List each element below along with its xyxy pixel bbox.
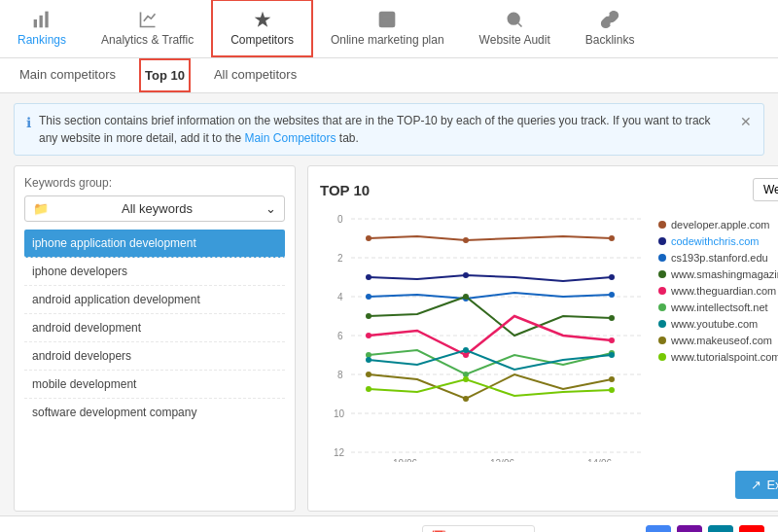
legend-dot-0 (658, 221, 666, 229)
main-content: Keywords group: 📁 All keywords ⌄ iphone … (0, 165, 778, 512)
engine-yahoo[interactable]: Y! (677, 525, 702, 533)
nav-competitors[interactable]: Competitors (211, 0, 313, 57)
svg-point-35 (366, 313, 371, 319)
legend-label-6: www.youtube.com (671, 318, 758, 330)
keywords-group-label: Keywords group: (24, 176, 285, 190)
legend-dot-6 (658, 320, 666, 328)
legend-dot-5 (658, 303, 666, 311)
sub-navigation: Main competitors Top 10 All competitors (0, 58, 778, 93)
keywords-group-select[interactable]: 📁 All keywords ⌄ (24, 195, 285, 222)
svg-point-31 (609, 274, 615, 280)
svg-point-47 (366, 372, 371, 377)
svg-text:4: 4 (337, 292, 343, 302)
keyword-item-5[interactable]: mobile development (24, 371, 285, 399)
keyword-item-3[interactable]: android development (24, 314, 285, 342)
period-select[interactable]: Week Month (753, 178, 778, 201)
footer-right: Select date: 📅 Jun-15, 2015 Search engin… (345, 525, 764, 533)
chart-svg: 0 2 4 6 8 10 12 10/06 (320, 209, 651, 465)
keyword-item-2[interactable]: android application development (24, 286, 285, 314)
nav-analytics[interactable]: Analytics & Traffic (84, 0, 211, 58)
svg-point-27 (463, 237, 469, 243)
close-icon[interactable]: ✕ (740, 112, 752, 132)
svg-point-29 (366, 274, 371, 280)
nav-website-audit[interactable]: Website Audit (462, 0, 568, 58)
svg-text:8: 8 (337, 370, 343, 380)
svg-point-34 (609, 292, 615, 298)
svg-point-26 (366, 235, 371, 241)
legend-item-2: cs193p.stanford.edu (658, 252, 778, 264)
keyword-item-4[interactable]: android developers (24, 342, 285, 371)
legend-dot-2 (658, 254, 666, 262)
legend-item-7: www.makeuseof.com (658, 335, 778, 346)
date-picker[interactable]: 📅 Jun-15, 2015 (422, 525, 535, 532)
svg-text:14/06: 14/06 (587, 458, 612, 462)
svg-point-38 (366, 333, 371, 338)
legend-label-5: www.intellectsoft.net (671, 301, 768, 313)
svg-rect-2 (45, 11, 48, 27)
top-navigation: Rankings Analytics & Traffic Competitors… (0, 0, 778, 58)
subnav-all-competitors[interactable]: All competitors (210, 59, 301, 91)
svg-point-46 (609, 352, 615, 358)
svg-text:10: 10 (334, 408, 345, 419)
svg-rect-1 (40, 15, 43, 27)
svg-point-48 (463, 396, 469, 402)
keyword-item-6[interactable]: software development company (24, 399, 285, 426)
subnav-main-competitors[interactable]: Main competitors (16, 59, 120, 91)
search-engines: G Y! b Я (646, 525, 764, 533)
engine-google[interactable]: G (646, 525, 671, 533)
svg-point-40 (609, 337, 615, 343)
legend-label-2: cs193p.stanford.edu (671, 252, 768, 264)
legend-link-1[interactable]: codewithchris.com (671, 235, 759, 247)
svg-text:10/06: 10/06 (393, 458, 417, 462)
engine-bing[interactable]: b (708, 525, 733, 533)
legend-label-1: codewithchris.com (671, 235, 759, 247)
folder-icon: 📁 (33, 201, 49, 216)
legend-label-0: developer.apple.com (671, 219, 770, 231)
nav-rankings[interactable]: Rankings (0, 0, 84, 58)
svg-point-37 (609, 315, 615, 321)
legend-dot-4 (658, 287, 666, 295)
legend-item-1: codewithchris.com (658, 235, 778, 247)
legend-label-7: www.makeuseof.com (671, 335, 772, 346)
legend-item-8: www.tutorialspoint.com (658, 351, 778, 363)
chevron-down-icon: ⌄ (265, 201, 276, 216)
legend-dot-8 (658, 353, 666, 361)
left-panel: Keywords group: 📁 All keywords ⌄ iphone … (14, 165, 296, 512)
legend-dot-1 (658, 237, 666, 245)
svg-point-45 (463, 347, 469, 353)
svg-rect-0 (34, 19, 37, 27)
engine-yandex[interactable]: Я (739, 525, 764, 533)
svg-point-7 (509, 13, 520, 24)
svg-text:12/06: 12/06 (490, 458, 514, 462)
export-wrap: ↗ Export (320, 471, 778, 499)
svg-text:12: 12 (334, 447, 345, 458)
legend-item-6: www.youtube.com (658, 318, 778, 330)
info-banner: ℹ This section contains brief informatio… (14, 103, 764, 156)
nav-online-marketing[interactable]: Online marketing plan (313, 0, 462, 58)
svg-point-50 (366, 386, 371, 392)
keyword-list: iphone application development iphone de… (24, 230, 285, 426)
subnav-top10[interactable]: Top 10 (139, 58, 191, 92)
keywords-select-value: All keywords (122, 201, 193, 216)
legend-item-0: developer.apple.com (658, 219, 778, 231)
nav-backlinks[interactable]: Backlinks (568, 0, 653, 58)
legend-label-8: www.tutorialspoint.com (671, 351, 778, 363)
svg-point-49 (609, 376, 615, 382)
chart-header: TOP 10 Week Month (320, 178, 778, 201)
legend-dot-3 (658, 270, 666, 278)
keyword-item-1[interactable]: iphone developers (24, 258, 285, 286)
banner-text: This section contains brief information … (39, 112, 732, 147)
svg-point-44 (366, 357, 371, 363)
legend-dot-7 (658, 337, 666, 344)
legend-label-4: www.theguardian.com (671, 285, 776, 297)
keyword-item-0[interactable]: iphone application development (24, 230, 285, 258)
banner-link[interactable]: Main Competitors (244, 131, 336, 145)
svg-point-52 (609, 387, 615, 393)
chart-title: TOP 10 (320, 182, 370, 198)
legend-item-5: www.intellectsoft.net (658, 301, 778, 313)
svg-text:6: 6 (337, 331, 343, 341)
legend-label-3: www.smashingmagazine.com (671, 268, 778, 280)
export-button[interactable]: ↗ Export (735, 471, 778, 499)
svg-point-32 (366, 294, 371, 300)
right-panel: TOP 10 Week Month 0 2 4 6 8 10 12 (307, 165, 778, 512)
